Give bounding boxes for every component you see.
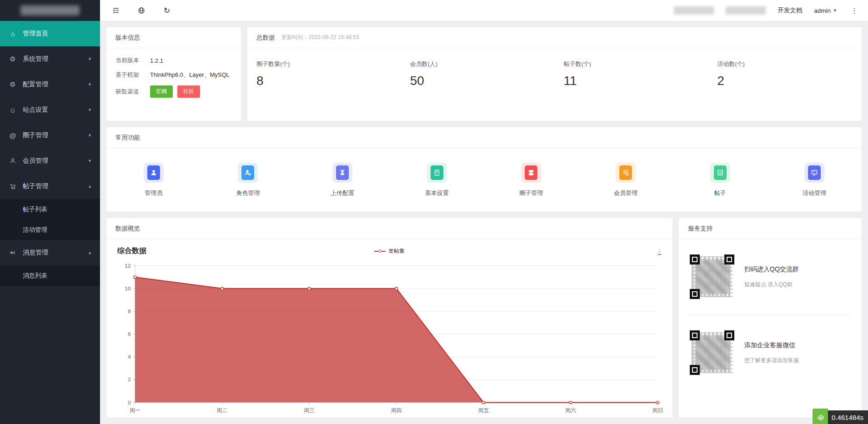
collapse-menu-icon[interactable] [111,5,121,15]
chevron-down-icon: ▼ [833,8,837,13]
chevron-up-icon: ▲ [88,250,92,255]
svg-text:4: 4 [128,354,131,360]
activity-manage-icon [804,163,824,183]
user-icon [8,156,17,165]
sidebar-item-system[interactable]: ⚙ 系统管理 ▼ [0,46,100,72]
stat-members: 会员数(人) 50 [401,60,555,121]
redacted-text-1 [674,6,714,15]
sidebar-item-config[interactable]: ⚙ 配置管理 ▼ [0,72,100,97]
chevron-down-icon: ▼ [88,159,92,163]
svg-text:周二: 周二 [216,407,227,414]
sidebar-item-label: 帖子管理 [23,182,48,190]
updated-time: 更新时间：2022-09-22 15:48:53 [281,34,359,41]
sidebar-item-message[interactable]: 消息管理 ▲ [0,240,100,265]
svg-text:周一: 周一 [130,407,140,414]
stat-circles: 圈子数量(个) 8 [247,60,401,121]
speaker-icon [8,248,17,257]
chevron-down-icon: ▼ [88,133,92,138]
member-manage-icon [616,163,636,183]
chevron-down-icon: ▼ [88,57,92,61]
version-label: 当前版本 [115,56,150,65]
community-button[interactable]: 社区 [177,85,200,98]
svg-text:周五: 周五 [478,407,489,414]
post-submenu: 帖子列表 活动管理 [0,199,100,240]
version-value: 1.2.1 [150,57,163,64]
kebab-menu-icon[interactable]: ⋮ [849,6,860,15]
service-support-panel: 服务支持 扫码进入QQ交流群 疑难疑点 进入QQ群 [679,218,862,418]
version-panel: 版本信息 当前版本 1.2.1 基于框架 ThinkPhp6.0、Layer、M… [106,27,241,121]
svg-text:8: 8 [128,308,131,314]
svg-text:周六: 周六 [565,407,576,414]
data-overview-panel: 数据概览 综合数据 发帖量 ↓ 024681012周一周二周三周四周五周六周日 [106,218,672,418]
legend-line-marker [374,249,386,253]
svg-text:周日: 周日 [652,407,663,414]
subitem-label: 帖子列表 [23,205,47,214]
subitem-label: 消息列表 [23,272,47,280]
at-icon: @ [8,131,17,140]
sidebar-subitem-message-list[interactable]: 消息列表 [0,265,100,286]
official-site-button[interactable]: 官网 [150,85,173,98]
sidebar-item-label: 系统管理 [23,55,48,63]
quick-item-activities[interactable]: 活动管理 [767,163,862,197]
sidebar: ⌂ 管理首页 ⚙ 系统管理 ▼ ⚙ 配置管理 ▼ ☺ 站点设置 ▼ @ 圈子管理… [0,0,100,424]
cog-icon: ⚙ [8,80,17,89]
upload-config-icon [332,163,352,183]
main-content: 版本信息 当前版本 1.2.1 基于框架 ThinkPhp6.0、Layer、M… [100,21,868,424]
topbar: ↻ 开发文档 admin ▼ ⋮ [100,0,868,21]
site-face-icon: ☺ [8,105,17,115]
sidebar-item-home[interactable]: ⌂ 管理首页 [0,21,100,46]
dev-docs-link[interactable]: 开发文档 [778,6,802,15]
overview-panel-title: 数据概览 [106,218,672,239]
svg-text:周四: 周四 [391,407,402,414]
sidebar-subitem-activity[interactable]: 活动管理 [0,219,100,240]
sidebar-item-member[interactable]: 会员管理 ▼ [0,148,100,174]
quick-item-circles[interactable]: 圈子管理 [484,163,579,197]
wechat-section: 添加企业客服微信 想了解更多请添加客服 [679,315,862,390]
gear-icon: ⚙ [8,55,17,64]
sidebar-item-circle[interactable]: @ 圈子管理 ▼ [0,123,100,148]
quick-item-admin[interactable]: 管理员 [106,163,201,197]
sidebar-item-label: 消息管理 [23,249,48,257]
sidebar-item-site[interactable]: ☺ 站点设置 ▼ [0,97,100,123]
sidebar-item-post[interactable]: 帖子管理 ▲ [0,174,100,199]
redacted-logo [20,5,80,15]
sidebar-item-label: 站点设置 [23,106,48,114]
qq-qr-code [690,254,734,299]
message-submenu: 消息列表 [0,265,100,286]
debug-badge[interactable]: 0.461484s [813,409,868,424]
stats-panel-title: 总数据 [256,34,275,42]
user-menu[interactable]: admin ▼ [814,7,837,14]
username: admin [814,7,831,14]
wechat-qr-code [690,330,734,375]
role-icon [238,163,258,183]
support-panel-title: 服务支持 [679,218,862,239]
svg-text:10: 10 [125,285,131,292]
chart-title: 综合数据 [117,246,146,256]
globe-icon[interactable] [136,5,146,15]
channel-label: 获取渠道 [115,88,150,96]
quick-item-posts[interactable]: 帖子 [673,163,768,197]
quick-item-upload[interactable]: 上传配置 [295,163,390,197]
svg-text:12: 12 [125,263,131,269]
framework-value: ThinkPhp6.0、Layer、MySQL [150,71,230,79]
area-chart[interactable]: 024681012周一周二周三周四周五周六周日 [106,259,672,418]
post-icon [710,163,730,183]
refresh-icon[interactable]: ↻ [162,5,172,15]
circle-manage-icon [521,163,541,183]
framework-label: 基于框架 [115,71,150,79]
quick-item-settings[interactable]: 基本设置 [390,163,484,197]
chevron-down-icon: ▼ [88,108,92,112]
download-icon[interactable]: ↓ [657,247,662,255]
quick-item-roles[interactable]: 角色管理 [201,163,296,197]
basic-settings-icon [427,163,447,183]
stat-activities: 活动数(个) 2 [708,60,862,121]
debug-time: 0.461484s [828,410,868,424]
logo-bar [0,0,100,21]
sidebar-item-label: 管理首页 [23,30,48,38]
quick-functions-panel: 常用功能 管理员 角色管理 [106,127,862,212]
quick-item-members[interactable]: 会员管理 [578,163,673,197]
sidebar-subitem-post-list[interactable]: 帖子列表 [0,199,100,219]
stats-panel: 总数据 更新时间：2022-09-22 15:48:53 圈子数量(个) 8 会… [247,27,862,121]
admin-icon [144,163,164,183]
svg-text:0: 0 [128,399,131,406]
